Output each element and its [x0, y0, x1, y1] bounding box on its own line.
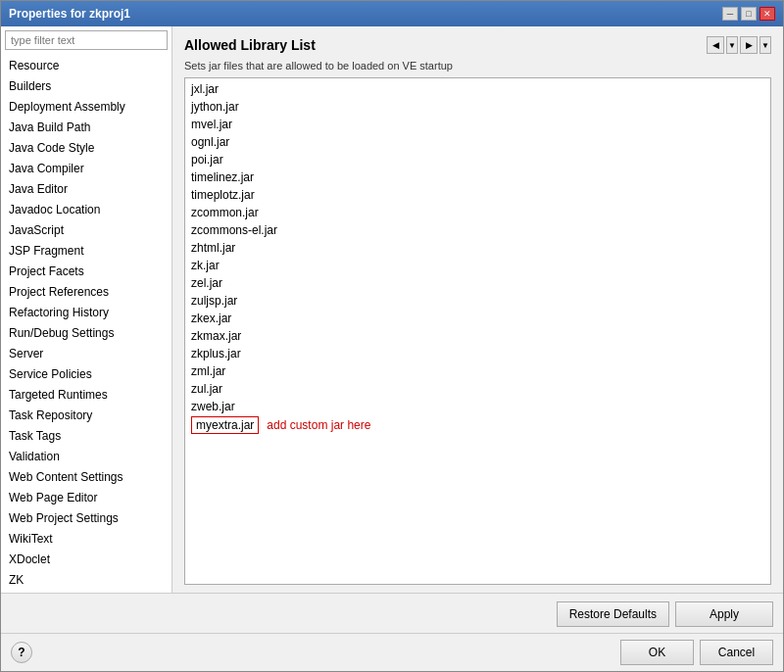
sidebar-item[interactable]: ZK: [1, 570, 172, 591]
list-item[interactable]: zcommons-el.jar: [185, 221, 770, 239]
back-button[interactable]: ◀: [707, 36, 724, 54]
sidebar-item[interactable]: Service Policies: [1, 364, 172, 385]
back-dropdown[interactable]: ▼: [726, 36, 738, 54]
properties-dialog: Properties for zkproj1 ─ □ ✕ ResourceBui…: [0, 0, 784, 672]
list-item[interactable]: ognl.jar: [185, 133, 770, 151]
list-item[interactable]: zel.jar: [185, 274, 770, 292]
list-item[interactable]: mvel.jar: [185, 116, 770, 133]
bottom-right-buttons: Restore Defaults Apply: [557, 601, 773, 627]
forward-button[interactable]: ▶: [740, 36, 758, 54]
minimize-button[interactable]: ─: [722, 7, 738, 21]
sidebar-item[interactable]: Task Repository: [1, 406, 172, 426]
sidebar-item[interactable]: JSP Fragment: [1, 241, 172, 262]
custom-jar-row[interactable]: myextra.jaradd custom jar here: [185, 415, 770, 435]
custom-jar-box: myextra.jar: [191, 416, 259, 434]
custom-jar-hint: add custom jar here: [267, 417, 370, 433]
sidebar-item[interactable]: JavaScript: [1, 220, 172, 241]
window-controls: ─ □ ✕: [722, 7, 775, 21]
filter-input[interactable]: [5, 30, 168, 50]
list-item[interactable]: poi.jar: [185, 151, 770, 168]
nav-toolbar: ◀ ▼ ▶ ▼: [707, 36, 771, 54]
sidebar-item[interactable]: Refactoring History: [1, 303, 172, 323]
list-item[interactable]: jython.jar: [185, 98, 770, 116]
sidebar: ResourceBuildersDeployment AssemblyJava …: [1, 26, 172, 593]
cancel-button[interactable]: Cancel: [700, 640, 773, 665]
sidebar-item[interactable]: Project Facets: [1, 262, 172, 282]
title-bar: Properties for zkproj1 ─ □ ✕: [1, 1, 783, 26]
list-item[interactable]: zkplus.jar: [185, 345, 770, 362]
maximize-button[interactable]: □: [741, 7, 757, 21]
panel-description: Sets jar files that are allowed to be lo…: [184, 60, 771, 72]
apply-button[interactable]: Apply: [675, 601, 773, 627]
forward-dropdown[interactable]: ▼: [760, 36, 771, 54]
sidebar-item[interactable]: XDoclet: [1, 550, 172, 570]
list-item[interactable]: jxl.jar: [185, 80, 770, 98]
panel-title: Allowed Library List: [184, 37, 316, 53]
dialog-bottom-bar: ? OK Cancel: [1, 633, 783, 671]
sidebar-item[interactable]: Resource: [1, 56, 172, 76]
window-title: Properties for zkproj1: [9, 7, 130, 21]
sidebar-item[interactable]: Targeted Runtimes: [1, 385, 172, 406]
list-item[interactable]: zk.jar: [185, 257, 770, 274]
list-item[interactable]: timelinez.jar: [185, 168, 770, 186]
sidebar-item[interactable]: Web Page Editor: [1, 488, 172, 508]
sidebar-item[interactable]: Deployment Assembly: [1, 97, 172, 118]
list-item[interactable]: zul.jar: [185, 380, 770, 398]
sidebar-item[interactable]: Server: [1, 344, 172, 364]
tree-area: ResourceBuildersDeployment AssemblyJava …: [1, 54, 172, 593]
library-list-scroll[interactable]: jxl.jarjython.jarmvel.jarognl.jarpoi.jar…: [185, 78, 770, 584]
list-item[interactable]: zcommon.jar: [185, 204, 770, 221]
sidebar-item[interactable]: Run/Debug Settings: [1, 323, 172, 344]
bottom-action-bar: Restore Defaults Apply: [1, 593, 783, 633]
sidebar-item[interactable]: Java Editor: [1, 179, 172, 200]
sidebar-item[interactable]: Web Content Settings: [1, 467, 172, 488]
sidebar-item[interactable]: Builders: [1, 76, 172, 97]
library-list-container: jxl.jarjython.jarmvel.jarognl.jarpoi.jar…: [184, 77, 771, 585]
sidebar-item[interactable]: Project References: [1, 282, 172, 303]
list-item[interactable]: zkmax.jar: [185, 327, 770, 345]
sidebar-item[interactable]: WikiText: [1, 529, 172, 550]
restore-defaults-button[interactable]: Restore Defaults: [557, 601, 669, 627]
sidebar-item[interactable]: Task Tags: [1, 426, 172, 447]
sidebar-item[interactable]: Validation: [1, 447, 172, 467]
main-panel: Allowed Library List ◀ ▼ ▶ ▼ Sets jar fi…: [172, 26, 783, 593]
ok-button[interactable]: OK: [620, 640, 694, 665]
list-item[interactable]: zkex.jar: [185, 310, 770, 327]
sidebar-item[interactable]: Java Compiler: [1, 159, 172, 179]
list-item[interactable]: timeplotz.jar: [185, 186, 770, 204]
list-item[interactable]: zhtml.jar: [185, 239, 770, 257]
sidebar-item[interactable]: Java Code Style: [1, 138, 172, 159]
list-item[interactable]: zweb.jar: [185, 398, 770, 415]
sidebar-item[interactable]: Java Build Path: [1, 118, 172, 138]
sidebar-item[interactable]: Web Project Settings: [1, 508, 172, 529]
list-item[interactable]: zuljsp.jar: [185, 292, 770, 310]
help-button[interactable]: ?: [11, 642, 32, 663]
panel-header: Allowed Library List ◀ ▼ ▶ ▼: [184, 36, 771, 54]
sidebar-item[interactable]: Javadoc Location: [1, 200, 172, 220]
content-area: ResourceBuildersDeployment AssemblyJava …: [1, 26, 783, 593]
close-button[interactable]: ✕: [760, 7, 775, 21]
list-item[interactable]: zml.jar: [185, 362, 770, 380]
